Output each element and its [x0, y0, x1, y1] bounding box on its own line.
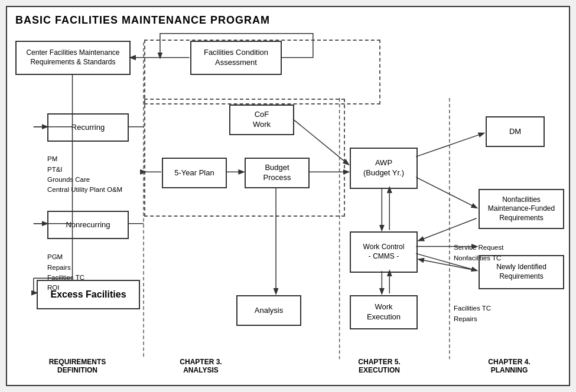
planning-label: Chapter 4. PLANNING — [456, 358, 562, 374]
svg-line-23 — [416, 133, 484, 157]
awp-box: AWP (Budget Yr.) — [350, 148, 418, 189]
main-title: BASIC FACILITIES MAINTENANCE PROGRAM — [15, 14, 270, 27]
nonrecurring-box: Nonrecurring — [47, 211, 129, 239]
facilities-tc-label: Facilities TC Repairs — [454, 293, 491, 324]
diagram-container: BASIC FACILITIES MAINTENANCE PROGRAM REQ… — [6, 6, 570, 386]
center-facilities-box: Center Facilities Maintenance Requiremen… — [15, 41, 131, 75]
service-request-label: Service Request Nonfacilities TC — [454, 233, 503, 263]
nonrecurring-items-label: PGM Repairs Facilities TC ROI — [47, 242, 84, 293]
req-def-label: REQUIREMENTS DEFINITION — [15, 358, 139, 374]
svg-line-24 — [416, 177, 477, 208]
recurring-items-label: PM PT&I Grounds Care Central Utility Pla… — [47, 144, 122, 195]
facilities-condition-box: Facilities Condition Assessment — [190, 41, 282, 75]
work-control-box: Work Control - CMMS - — [350, 231, 418, 273]
budget-process-box: Budget Process — [245, 158, 310, 188]
dm-box: DM — [486, 116, 545, 147]
analysis-box: Analysis — [236, 295, 301, 326]
analysis-label: Chapter 3. ANALYSIS — [154, 358, 248, 374]
work-execution-box: Work Execution — [350, 295, 418, 329]
nonfacilities-box: Nonfacilities Maintenance-Funded Require… — [479, 189, 564, 229]
cof-work-box: CoF Work — [229, 104, 294, 135]
five-year-plan-box: 5-Year Plan — [162, 158, 227, 188]
recurring-box: Recurring — [47, 113, 129, 142]
execution-label: Chapter 5. EXECUTION — [326, 358, 432, 374]
